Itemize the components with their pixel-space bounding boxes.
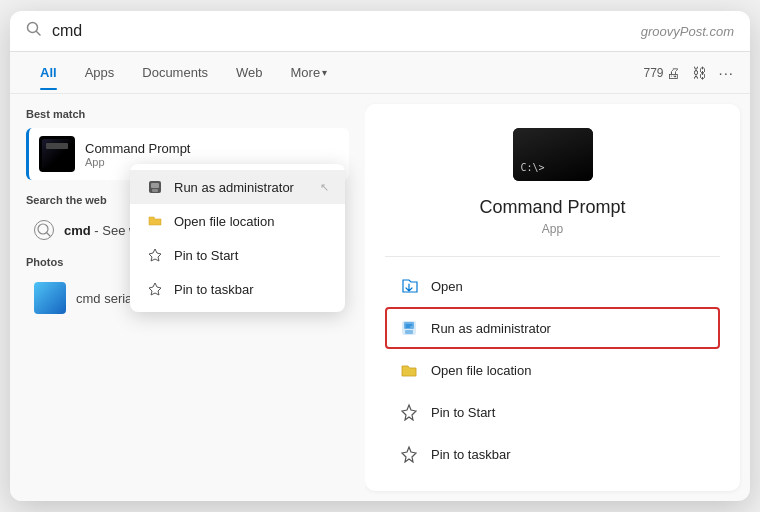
photos-icon: [34, 282, 66, 314]
chevron-down-icon: ▾: [322, 67, 327, 78]
tab-more[interactable]: More ▾: [277, 55, 342, 90]
right-action-open-label: Open: [431, 279, 463, 294]
svg-rect-11: [405, 330, 413, 334]
cursor-indicator: ↖: [320, 181, 329, 194]
right-action-pin-taskbar[interactable]: Pin to taskbar: [385, 433, 720, 475]
search-bar: cmd groovyPost.com: [10, 11, 750, 52]
right-action-file-location[interactable]: Open file location: [385, 349, 720, 391]
svg-marker-8: [149, 283, 161, 295]
admin-icon: [146, 178, 164, 196]
folder-icon: [146, 212, 164, 230]
right-actions: Open Run as administrator: [385, 265, 720, 475]
right-pin-start-icon: [399, 402, 419, 422]
tab-icons: 779 🖨 ⛓ ···: [643, 64, 734, 81]
right-app-type: App: [542, 222, 563, 236]
tabs-bar: All Apps Documents Web More ▾ 779 🖨 ⛓ ··…: [10, 52, 750, 94]
right-app-icon: [513, 128, 593, 181]
cmd-icon: [39, 136, 75, 172]
open-icon: [399, 276, 419, 296]
web-search-icon: [34, 220, 54, 240]
best-match-title: Command Prompt: [85, 141, 190, 156]
right-action-pin-taskbar-label: Pin to taskbar: [431, 447, 511, 462]
ctx-pin-taskbar[interactable]: Pin to taskbar: [130, 272, 345, 306]
svg-rect-5: [151, 183, 159, 188]
ctx-run-admin[interactable]: Run as administrator ↖: [130, 170, 345, 204]
ctx-pin-taskbar-label: Pin to taskbar: [174, 282, 254, 297]
ctx-open-location[interactable]: Open file location: [130, 204, 345, 238]
badge-count: 779 🖨: [643, 65, 680, 81]
search-icon: [26, 21, 42, 41]
svg-line-3: [47, 233, 51, 237]
svg-marker-7: [149, 249, 161, 261]
svg-marker-13: [402, 447, 416, 462]
tab-web[interactable]: Web: [222, 55, 277, 90]
right-admin-icon: [399, 318, 419, 338]
tab-documents[interactable]: Documents: [128, 55, 222, 90]
svg-marker-12: [402, 405, 416, 420]
right-action-pin-start-label: Pin to Start: [431, 405, 495, 420]
right-pin-taskbar-icon: [399, 444, 419, 464]
more-options-icon[interactable]: ···: [718, 64, 734, 81]
pin-taskbar-icon: [146, 280, 164, 298]
pin-start-icon: [146, 246, 164, 264]
search-input[interactable]: cmd: [52, 22, 631, 40]
tab-apps[interactable]: Apps: [71, 55, 129, 90]
right-action-run-admin-label: Run as administrator: [431, 321, 551, 336]
ctx-run-admin-label: Run as administrator: [174, 180, 294, 195]
best-match-label: Best match: [26, 108, 349, 120]
right-action-file-location-label: Open file location: [431, 363, 531, 378]
right-action-run-admin[interactable]: Run as administrator: [385, 307, 720, 349]
right-action-open[interactable]: Open: [385, 265, 720, 307]
tab-all[interactable]: All: [26, 55, 71, 90]
right-action-pin-start[interactable]: Pin to Start: [385, 391, 720, 433]
main-content: Best match Command Prompt App Search the…: [10, 94, 750, 501]
right-divider: [385, 256, 720, 257]
ctx-pin-start[interactable]: Pin to Start: [130, 238, 345, 272]
search-window: cmd groovyPost.com All Apps Documents We…: [10, 11, 750, 501]
ctx-pin-start-label: Pin to Start: [174, 248, 238, 263]
context-menu: Run as administrator ↖ Open file locatio…: [130, 164, 345, 312]
printer-icon: 🖨: [666, 65, 680, 81]
groovy-logo: groovyPost.com: [641, 24, 734, 39]
right-folder-icon: [399, 360, 419, 380]
svg-line-1: [37, 32, 41, 36]
svg-rect-6: [152, 189, 158, 192]
left-panel: Best match Command Prompt App Search the…: [10, 94, 365, 501]
right-panel: Command Prompt App Open: [365, 104, 740, 491]
connect-icon[interactable]: ⛓: [692, 65, 706, 81]
right-app-name: Command Prompt: [479, 197, 625, 218]
ctx-open-location-label: Open file location: [174, 214, 274, 229]
